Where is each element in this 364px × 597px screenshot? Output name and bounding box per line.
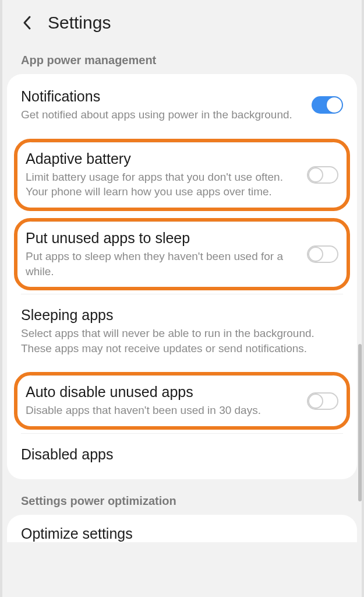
auto-disable-desc: Disable apps that haven't been used in 3… bbox=[26, 403, 298, 418]
adaptive-title: Adaptive battery bbox=[26, 150, 298, 167]
adaptive-toggle[interactable] bbox=[307, 166, 338, 184]
row-text: Sleeping apps Select apps that will neve… bbox=[21, 307, 343, 356]
notifications-desc: Get notified about apps using power in t… bbox=[21, 107, 302, 122]
auto-disable-toggle[interactable] bbox=[307, 392, 338, 410]
row-text: Adaptive battery Limit battery usage for… bbox=[26, 150, 307, 199]
row-text: Auto disable unused apps Disable apps th… bbox=[26, 384, 307, 418]
sleeping-apps-desc: Select apps that will never be able to r… bbox=[21, 326, 334, 356]
row-text: Put unused apps to sleep Put apps to sle… bbox=[26, 230, 307, 279]
optimize-card[interactable]: Optimize settings bbox=[7, 515, 357, 542]
sleep-unused-desc: Put apps to sleep when they haven't been… bbox=[26, 249, 298, 279]
row-disabled-apps[interactable]: Disabled apps bbox=[7, 433, 357, 478]
sleeping-apps-title: Sleeping apps bbox=[21, 307, 334, 324]
back-icon[interactable] bbox=[19, 14, 36, 31]
row-sleeping-apps[interactable]: Sleeping apps Select apps that will neve… bbox=[7, 294, 357, 368]
row-notifications[interactable]: Notifications Get notified about apps us… bbox=[7, 75, 357, 135]
row-put-unused-sleep[interactable]: Put unused apps to sleep Put apps to sle… bbox=[14, 218, 350, 290]
header: Settings bbox=[2, 0, 362, 47]
section-app-power: App power management bbox=[2, 47, 362, 74]
row-adaptive-battery[interactable]: Adaptive battery Limit battery usage for… bbox=[14, 139, 350, 211]
adaptive-desc: Limit battery usage for apps that you do… bbox=[26, 170, 298, 199]
notifications-toggle[interactable] bbox=[312, 96, 343, 114]
scrollbar[interactable] bbox=[358, 344, 362, 501]
notifications-title: Notifications bbox=[21, 88, 302, 105]
optimize-title: Optimize settings bbox=[21, 525, 343, 542]
section-power-opt: Settings power optimization bbox=[2, 487, 362, 515]
auto-disable-title: Auto disable unused apps bbox=[26, 384, 298, 401]
disabled-apps-title: Disabled apps bbox=[21, 446, 334, 463]
settings-screen: Settings App power management Notificati… bbox=[0, 0, 364, 597]
page-title: Settings bbox=[48, 13, 111, 33]
row-auto-disable[interactable]: Auto disable unused apps Disable apps th… bbox=[14, 372, 350, 430]
sleep-unused-toggle[interactable] bbox=[307, 245, 338, 263]
row-text: Notifications Get notified about apps us… bbox=[21, 88, 312, 122]
app-power-card: Notifications Get notified about apps us… bbox=[7, 74, 357, 479]
row-text: Disabled apps bbox=[21, 446, 343, 465]
sleep-unused-title: Put unused apps to sleep bbox=[26, 230, 298, 247]
